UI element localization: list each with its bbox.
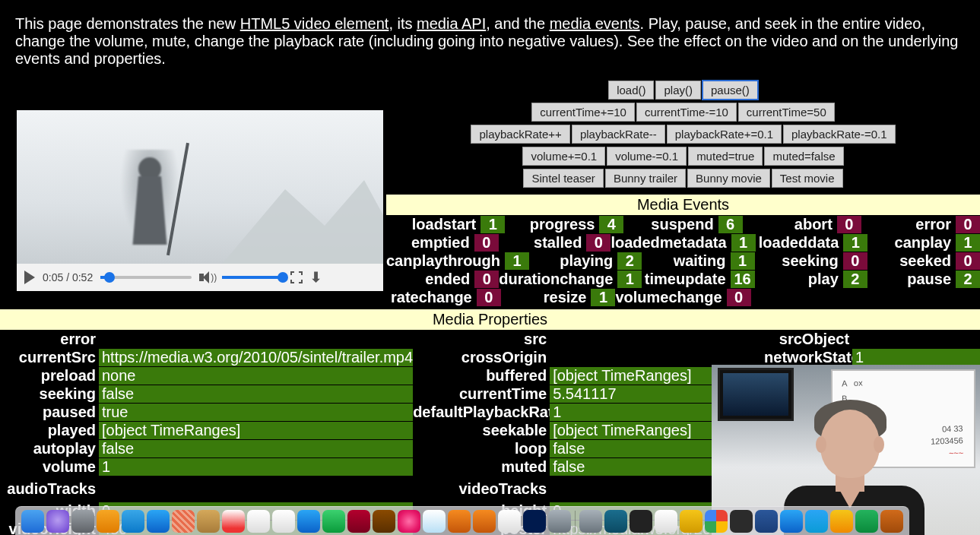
prop-preload-value: none — [99, 367, 413, 385]
event-timeupdate: timeupdate — [642, 271, 730, 288]
event-emptied-count: 0 — [474, 234, 499, 252]
btn-playbackrate-[interactable]: playbackRate-- — [572, 125, 665, 144]
prop-currentTime: currentTime — [413, 385, 550, 403]
btn-play-[interactable]: play() — [655, 81, 701, 100]
prop-autoplay-value: false — [99, 440, 413, 457]
event-ended: ended — [386, 271, 474, 288]
link-video-element[interactable]: HTML5 video element — [240, 15, 389, 32]
video-frame — [17, 110, 383, 264]
prop-played-value: [object TimeRanges] — [99, 422, 413, 439]
prop-videoTracks: videoTracks — [413, 480, 550, 498]
dock-app-34[interactable] — [880, 510, 903, 533]
event-loadstart: loadstart — [386, 216, 480, 233]
btn-sintel-teaser[interactable]: Sintel teaser — [523, 169, 603, 188]
dock-app-13[interactable] — [347, 510, 370, 533]
macos-dock[interactable] — [15, 506, 909, 535]
dock-app-22[interactable] — [579, 510, 602, 533]
event-canplay-count: 1 — [956, 234, 980, 252]
btn-bunny-movie[interactable]: Bunny movie — [687, 169, 770, 188]
event-playing: playing — [529, 252, 617, 270]
dock-app-12[interactable] — [322, 510, 345, 533]
event-seeking-count: 0 — [843, 252, 867, 270]
btn-muted-false[interactable]: muted=false — [764, 147, 843, 166]
dock-app-17[interactable] — [448, 510, 471, 533]
event-waiting-count: 1 — [731, 252, 755, 270]
dock-app-1[interactable] — [46, 510, 69, 533]
dock-app-10[interactable] — [272, 510, 295, 533]
fullscreen-icon[interactable] — [290, 271, 303, 283]
btn-currenttime-10[interactable]: currentTime+=10 — [531, 103, 635, 122]
btn-playbackrate-[interactable]: playbackRate++ — [471, 125, 569, 144]
dock-app-14[interactable] — [373, 510, 395, 533]
download-icon[interactable]: ⬇ — [310, 271, 322, 284]
dock-app-3[interactable] — [97, 510, 119, 533]
event-play: play — [755, 271, 843, 288]
btn-volume-0-1[interactable]: volume-=0.1 — [607, 147, 687, 166]
event-seeked: seeked — [867, 252, 956, 270]
event-durationchange-count: 1 — [617, 271, 642, 288]
dock-app-21[interactable] — [548, 510, 571, 533]
progress-slider[interactable] — [100, 276, 192, 279]
event-volumechange: volumechange — [615, 289, 726, 306]
dock-app-8[interactable] — [222, 510, 245, 533]
event-resize: resize — [501, 289, 591, 306]
dock-app-15[interactable] — [398, 510, 420, 533]
dock-app-25[interactable] — [655, 510, 677, 533]
link-media-events[interactable]: media events — [550, 15, 640, 32]
dock-app-32[interactable] — [830, 510, 853, 533]
btn-test-movie[interactable]: Test movie — [772, 169, 843, 188]
event-loadeddata-count: 1 — [843, 234, 867, 252]
dock-app-11[interactable] — [297, 510, 320, 533]
dock-app-19[interactable] — [498, 510, 521, 533]
dock-app-4[interactable] — [122, 510, 144, 533]
dock-app-24[interactable] — [630, 510, 652, 533]
btn-bunny-trailer[interactable]: Bunny trailer — [605, 169, 686, 188]
prop-audioTracks: audioTracks — [0, 480, 99, 498]
btn-currenttime-50[interactable]: currentTime=50 — [738, 103, 835, 122]
event-seeked-count: 0 — [956, 252, 980, 270]
btn-volume-0-1[interactable]: volume+=0.1 — [522, 147, 605, 166]
dock-app-31[interactable] — [805, 510, 828, 533]
play-icon[interactable] — [24, 271, 35, 284]
event-ratechange-count: 0 — [477, 289, 501, 306]
prop-networkState-value: 1 — [852, 349, 980, 366]
link-media-api[interactable]: media API — [417, 15, 486, 32]
dock-app-29[interactable] — [755, 510, 778, 533]
btn-pause-[interactable]: pause() — [702, 81, 758, 100]
event-pause: pause — [867, 271, 956, 288]
volume-icon[interactable]: )) — [199, 271, 214, 283]
dock-app-5[interactable] — [147, 510, 170, 533]
prop-currentSrc: currentSrc — [0, 349, 99, 366]
dock-app-20[interactable] — [523, 510, 546, 533]
dock-app-28[interactable] — [730, 510, 753, 533]
dock-app-7[interactable] — [197, 510, 220, 533]
btn-muted-true[interactable]: muted=true — [688, 147, 763, 166]
btn-currenttime-10[interactable]: currentTime-=10 — [636, 103, 737, 122]
event-abort-count: 0 — [837, 216, 861, 233]
media-events-grid: loadstart1progress4suspend6abort0error0e… — [386, 215, 980, 306]
dock-app-9[interactable] — [247, 510, 270, 533]
event-canplaythrough: canplaythrough — [386, 252, 505, 270]
dock-app-26[interactable] — [680, 510, 702, 533]
event-play-count: 2 — [843, 271, 867, 288]
btn-playbackrate-0-1[interactable]: playbackRate-=0.1 — [783, 125, 896, 144]
dock-app-2[interactable] — [71, 510, 94, 533]
dock-app-23[interactable] — [604, 510, 627, 533]
dock-app-30[interactable] — [780, 510, 803, 533]
prop-src: src — [413, 331, 550, 348]
volume-slider[interactable] — [222, 276, 283, 279]
dock-app-0[interactable] — [21, 510, 44, 533]
dock-app-16[interactable] — [423, 510, 446, 533]
video-player[interactable]: 0:05 / 0:52 )) ⬇ — [17, 110, 383, 291]
dock-app-27[interactable] — [705, 510, 728, 533]
prop-played: played — [0, 422, 99, 439]
dock-app-33[interactable] — [855, 510, 878, 533]
dock-app-6[interactable] — [172, 510, 195, 533]
dock-app-18[interactable] — [473, 510, 496, 533]
event-seeking: seeking — [755, 252, 843, 270]
btn-playbackrate-0-1[interactable]: playbackRate+=0.1 — [667, 125, 782, 144]
btn-load-[interactable]: load() — [608, 81, 654, 100]
event-playing-count: 2 — [617, 252, 642, 270]
event-durationchange: durationchange — [499, 271, 617, 288]
media-properties-header: Media Properties — [0, 309, 980, 330]
